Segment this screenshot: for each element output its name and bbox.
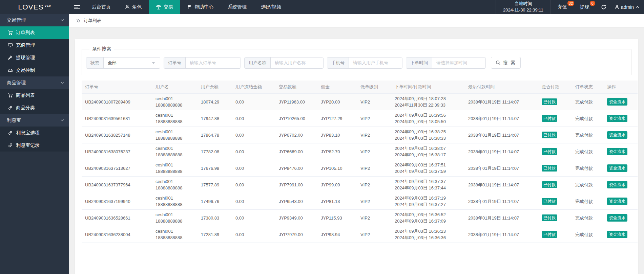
cell-amount: JYP7979.00 xyxy=(275,226,317,243)
user-menu[interactable]: admin xyxy=(615,4,639,10)
cell-username: ceshi001 18888888888 xyxy=(152,193,198,210)
hamburger-icon[interactable] xyxy=(69,0,85,14)
cell-balance: 17947.88 xyxy=(198,110,232,127)
sidebar-item-label: 商品分类 xyxy=(16,105,35,111)
phone-value: 18888888888 xyxy=(155,185,194,191)
sidebar-item-product-list[interactable]: 商品列表 xyxy=(0,89,69,101)
sidebar-item-interest-options[interactable]: 利息宝选项 xyxy=(0,127,69,139)
search-button[interactable]: 搜 索 xyxy=(491,57,521,69)
cell-paid: 已付款 xyxy=(538,177,572,193)
paid-badge: 已付款 xyxy=(542,115,557,122)
nav-item-video[interactable]: 选妃/视频 xyxy=(254,0,288,14)
nav-label: 系统管理 xyxy=(228,4,247,10)
cell-amount: JYP6669.00 xyxy=(275,143,317,160)
cell-order-no: UB2409031638257148 xyxy=(82,127,152,143)
cell-last-pay-time: 2038年01月19日 11:14:07 xyxy=(465,127,538,143)
fund-flow-button[interactable]: 资金流水 xyxy=(607,198,627,205)
fund-flow-button[interactable]: 资金流水 xyxy=(607,131,627,139)
col-header-amount: 交易数额 xyxy=(275,81,317,94)
search-conditions-legend: 条件搜索 xyxy=(89,46,114,52)
cell-level: VIP2 xyxy=(357,226,391,243)
fund-flow-button[interactable]: 资金流水 xyxy=(607,98,627,106)
cell-status: 完成付款 xyxy=(572,193,604,210)
sidebar-item-label: 交易控制 xyxy=(16,67,35,73)
cell-balance: 17864.78 xyxy=(198,127,232,143)
cell-order-no: UB2409031637199940 xyxy=(82,193,152,210)
cell-amount: JYP10265.00 xyxy=(275,110,317,127)
nav-item-dashboard[interactable]: 后台首页 xyxy=(85,0,118,14)
sidebar-item-trade-control[interactable]: 交易控制 xyxy=(0,64,69,76)
nav-item-trade[interactable]: 交易 xyxy=(149,0,180,14)
nav-item-roles[interactable]: 角色 xyxy=(118,0,149,14)
username-input[interactable] xyxy=(271,58,324,68)
cell-balance: 17577.89 xyxy=(198,177,232,193)
sidebar-group-trade-management[interactable]: 交易管理 xyxy=(0,14,69,26)
recharge-notify[interactable]: 充值 32 xyxy=(558,4,567,10)
withdraw-notify[interactable]: 提现 0 xyxy=(580,4,589,10)
search-icon xyxy=(496,60,501,65)
cell-last-pay-time: 2038年01月19日 11:14:07 xyxy=(465,193,538,210)
table-row: UB2409031636528661 ceshi001 18888888888 … xyxy=(82,210,638,226)
cell-frozen: 0.00 xyxy=(232,94,275,110)
username-label: 用户名称 xyxy=(245,58,271,68)
status-label: 状态 xyxy=(86,58,104,68)
phone-value: 18888888888 xyxy=(155,102,194,108)
cell-action: 资金流水 xyxy=(604,193,638,210)
filter-row: 状态 全部 订单号 用户名称 xyxy=(86,57,627,69)
cell-status: 完成付款 xyxy=(572,226,604,243)
fund-flow-button[interactable]: 资金流水 xyxy=(607,115,627,122)
fund-flow-button[interactable]: 资金流水 xyxy=(607,148,627,155)
withdraw-count-badge: 0 xyxy=(590,1,595,6)
order-no-input[interactable] xyxy=(186,58,241,68)
cell-commission: JYP105.10 xyxy=(317,160,357,177)
nav-item-system[interactable]: 系统管理 xyxy=(221,0,254,14)
topbar: LOVES V10 后台首页 角色 交易 帮助中心 系统管理 选妃/视频 当地时… xyxy=(0,0,644,14)
cell-status: 完成付款 xyxy=(572,94,604,110)
gauge-icon xyxy=(8,68,13,73)
phone-value: 18888888888 xyxy=(155,152,194,158)
refresh-icon[interactable] xyxy=(601,4,606,10)
sidebar-group-interest-treasure[interactable]: 利息宝 xyxy=(0,114,69,127)
nav-item-help-center[interactable]: 帮助中心 xyxy=(180,0,221,14)
local-time-value: 2024-11-30 22:39:11 xyxy=(503,7,543,14)
username-value: ceshi001 xyxy=(155,95,194,102)
app-logo-text: LOVES xyxy=(18,3,43,11)
sidebar-item-interest-records[interactable]: 利息宝记录 xyxy=(0,139,69,152)
order-time-filter-group: 下单时间 xyxy=(406,57,486,69)
fund-flow-button[interactable]: 资金流水 xyxy=(607,164,627,172)
cell-level: VIP2 xyxy=(357,160,391,177)
orders-table: 订单号 用户名 用户余额 用户冻结金额 交易数额 佣金 做单级别 下单时间/付款… xyxy=(82,81,638,243)
fund-flow-button[interactable]: 资金流水 xyxy=(607,231,627,238)
paid-badge: 已付款 xyxy=(542,98,557,105)
local-time: 当地时间 2024-11-30 22:39:11 xyxy=(496,0,551,14)
cell-order-time: 2024年09月03日 18:07:28 2024年11月30日 22:39:3… xyxy=(391,94,465,110)
order-no-filter-group: 订单号 xyxy=(164,57,241,69)
sidebar-group-product-management[interactable]: 商品管理 xyxy=(0,76,69,89)
fund-flow-button[interactable]: 资金流水 xyxy=(607,181,627,188)
cell-last-pay-time: 2038年01月19日 11:14:07 xyxy=(465,110,538,127)
status-select[interactable]: 全部 xyxy=(104,58,159,68)
status-selected-value: 全部 xyxy=(108,60,117,66)
cell-action: 资金流水 xyxy=(604,143,638,160)
phone-value: 18888888888 xyxy=(155,234,194,241)
phone-input[interactable] xyxy=(349,58,402,68)
chevron-down-icon xyxy=(61,19,64,21)
nav-label: 帮助中心 xyxy=(194,4,213,10)
cell-amount: JYP11963.00 xyxy=(275,94,317,110)
cell-paid: 已付款 xyxy=(538,210,572,226)
cell-frozen: 0.00 xyxy=(232,210,275,226)
sidebar-item-order-list[interactable]: 订单列表 xyxy=(0,26,69,39)
fund-flow-button[interactable]: 资金流水 xyxy=(607,214,627,222)
order-time-input[interactable] xyxy=(432,58,486,68)
phone-filter-group: 手机号 xyxy=(327,57,402,69)
col-header-order-no: 订单号 xyxy=(82,81,152,94)
sidebar-item-withdraw-management[interactable]: 提现管理 xyxy=(0,51,69,64)
sidebar-item-recharge-management[interactable]: 充值管理 xyxy=(0,39,69,51)
cell-frozen: 0.00 xyxy=(232,110,275,127)
cell-frozen: 0.00 xyxy=(232,160,275,177)
content: 条件搜索 状态 全部 订单号 用户名称 xyxy=(69,28,644,274)
cell-balance: 17380.83 xyxy=(198,210,232,226)
cell-status: 完成付款 xyxy=(572,177,604,193)
sidebar-item-product-category[interactable]: 商品分类 xyxy=(0,101,69,114)
search-conditions-fieldset: 条件搜索 状态 全部 订单号 用户名称 xyxy=(82,46,631,75)
